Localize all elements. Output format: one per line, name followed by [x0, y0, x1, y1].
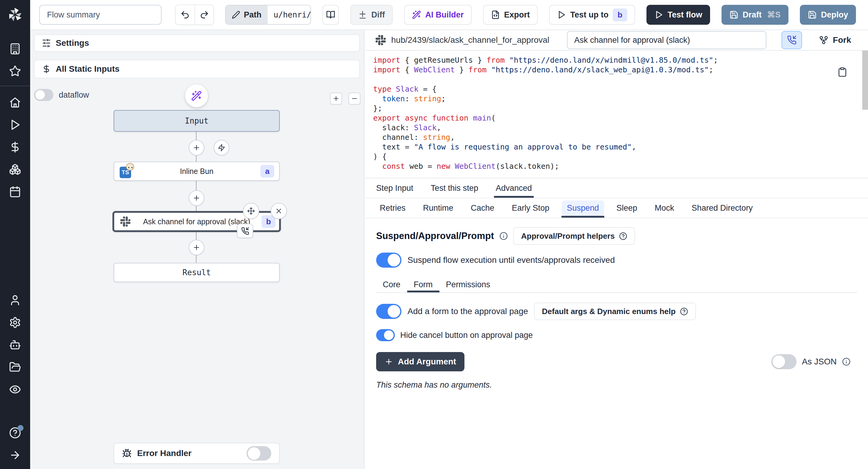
zoom-out-button[interactable] — [348, 93, 361, 104]
rail-top-group — [8, 42, 22, 78]
play-icon — [557, 10, 566, 19]
boxes-icon[interactable] — [8, 163, 22, 176]
info-icon[interactable] — [499, 232, 508, 240]
tab-advanced[interactable]: Advanced — [496, 179, 532, 198]
all-static-inputs-button[interactable]: All Static Inputs — [34, 60, 360, 79]
delete-node-button[interactable] — [271, 203, 287, 219]
node-input[interactable]: Input — [114, 110, 280, 132]
copy-code-icon[interactable] — [837, 67, 847, 77]
code-editor[interactable]: import { getResumeUrls } from "https://d… — [365, 51, 868, 179]
building-icon[interactable] — [8, 42, 22, 56]
tab-step-input[interactable]: Step Input — [376, 179, 413, 198]
rail-mid-group — [8, 96, 22, 198]
static-inputs-label: All Static Inputs — [56, 64, 120, 74]
diff-icon — [358, 10, 367, 19]
rail-bottom-group — [8, 426, 22, 462]
help-circle-icon — [619, 232, 627, 240]
code-line: const web = new WebClient(slack.token); — [373, 162, 868, 171]
code-line: text = "A flow is requesting an approval… — [373, 142, 868, 152]
draft-button[interactable]: Draft⌘S — [721, 5, 788, 25]
home-icon[interactable] — [8, 96, 22, 109]
dollar-icon[interactable] — [8, 140, 22, 154]
windmill-logo-icon[interactable] — [6, 6, 24, 24]
node-approval-selected[interactable]: Ask channel for approval (slack) b — [113, 211, 281, 232]
suspend-title: Suspend/Approval/Prompt — [376, 230, 494, 242]
node-bun-label: Inline Bun — [180, 167, 213, 176]
add-form-toggle[interactable] — [376, 304, 401, 319]
user-icon[interactable] — [8, 293, 22, 307]
pencil-icon — [232, 10, 240, 19]
code-line — [373, 75, 868, 84]
advanced-subtabs: Retries Runtime Cache Early Stop Suspend… — [365, 198, 868, 218]
info-icon[interactable] — [842, 357, 850, 366]
add-trigger-button[interactable] — [214, 140, 229, 156]
dataflow-toggle[interactable] — [34, 89, 53, 101]
subtab-sleep[interactable]: Sleep — [610, 198, 644, 218]
fork-button[interactable]: Fork — [819, 35, 851, 45]
zoom-in-button[interactable] — [330, 93, 342, 104]
code-line: ) { — [373, 152, 868, 162]
add-step-button[interactable] — [189, 240, 204, 255]
gear-icon[interactable] — [8, 316, 22, 329]
export-button[interactable]: Export — [483, 5, 538, 25]
test-flow-button[interactable]: Test flow — [647, 5, 710, 25]
error-handler-toggle[interactable] — [247, 446, 271, 461]
redo-button[interactable] — [194, 5, 213, 24]
subtab-cache[interactable]: Cache — [464, 198, 501, 218]
undo-button[interactable] — [176, 5, 194, 24]
path-field[interactable]: Path u/henri/ben — [225, 5, 311, 25]
node-input-label: Input — [185, 116, 208, 125]
subtab-early-stop[interactable]: Early Stop — [505, 198, 556, 218]
eye-icon[interactable] — [8, 383, 22, 396]
deploy-button[interactable]: Deploy — [800, 5, 856, 25]
default-args-help-button[interactable]: Default args & Dynamic enums help — [534, 303, 696, 320]
draft-shortcut: ⌘S — [767, 10, 781, 20]
approval-helpers-button[interactable]: Approval/Prompt helpers — [513, 227, 635, 245]
help-icon[interactable] — [8, 426, 22, 439]
subtab-runtime[interactable]: Runtime — [416, 198, 460, 218]
node-inline-bun[interactable]: TS Inline Bun a — [114, 162, 280, 181]
subtab-retries[interactable]: Retries — [373, 198, 412, 218]
ai-builder-button[interactable]: AI Builder — [404, 5, 472, 25]
tab-core[interactable]: Core — [376, 277, 407, 292]
tab-test-this-step[interactable]: Test this step — [431, 179, 478, 198]
phone-incoming-icon — [241, 227, 249, 235]
plus-icon — [193, 194, 200, 202]
hide-cancel-toggle[interactable] — [376, 329, 395, 341]
subtab-suspend[interactable]: Suspend — [560, 198, 606, 218]
arrow-right-icon[interactable] — [8, 448, 22, 462]
ai-flow-builder-button[interactable] — [185, 84, 208, 107]
flow-summary-input[interactable] — [39, 5, 161, 25]
suspend-indicator-badge[interactable] — [237, 224, 253, 238]
code-line: token: string; — [373, 94, 868, 104]
tab-form[interactable]: Form — [407, 277, 439, 292]
path-label: Path — [244, 10, 261, 20]
step-name-input[interactable] — [567, 31, 767, 49]
test-up-to-button[interactable]: Test up tob — [549, 5, 635, 25]
save-icon — [730, 10, 738, 19]
bot-icon[interactable] — [8, 338, 22, 351]
add-step-button[interactable] — [189, 190, 204, 206]
diff-button[interactable]: Diff — [350, 5, 393, 25]
docs-button[interactable] — [322, 5, 339, 25]
tab-permissions[interactable]: Permissions — [439, 277, 497, 292]
flow-settings-button[interactable]: Settings — [34, 34, 360, 52]
subtab-mock[interactable]: Mock — [648, 198, 681, 218]
calendar-icon[interactable] — [8, 185, 22, 198]
subtab-shared-directory[interactable]: Shared Directory — [685, 198, 760, 218]
node-result[interactable]: Result — [114, 263, 280, 282]
suspend-step-button[interactable] — [781, 31, 802, 49]
add-argument-button[interactable]: Add Argument — [376, 352, 464, 371]
code-line: channel: string, — [373, 133, 868, 142]
plus-icon — [333, 95, 340, 102]
as-json-toggle[interactable] — [771, 354, 797, 369]
suspend-toggle[interactable] — [376, 253, 401, 268]
move-node-handle[interactable] — [243, 203, 259, 219]
play-icon[interactable] — [8, 118, 22, 131]
add-step-button[interactable] — [189, 140, 204, 156]
scrollbar-thumb[interactable] — [862, 51, 868, 110]
star-icon[interactable] — [8, 64, 22, 78]
empty-schema-text: This schema has no arguments. — [376, 380, 857, 390]
folder-open-icon[interactable] — [8, 361, 22, 374]
slack-icon — [120, 216, 130, 227]
